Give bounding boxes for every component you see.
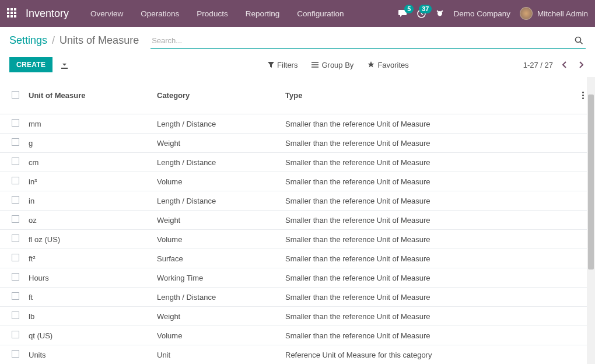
user-menu[interactable]: Mitchell Admin (520, 7, 588, 20)
navbar: Inventory Overview Operations Products R… (0, 0, 595, 27)
apps-icon[interactable] (7, 8, 18, 19)
pager-range[interactable]: 1-27 / 27 (523, 61, 553, 69)
row-checkbox[interactable] (12, 138, 19, 146)
table-row[interactable]: qt (US)VolumeSmaller than the reference … (0, 326, 595, 345)
row-checkbox[interactable] (12, 254, 19, 261)
table-row[interactable]: cmLength / DistanceSmaller than the refe… (0, 153, 595, 172)
groupby-button[interactable]: Group By (312, 61, 354, 69)
table-row[interactable]: UnitsUnitReference Unit of Measure for t… (0, 345, 595, 365)
user-name: Mitchell Admin (537, 9, 588, 18)
cell-category: Length / Distance (152, 191, 281, 211)
row-checkbox[interactable] (12, 331, 19, 338)
cell-category: Volume (152, 230, 281, 249)
svg-rect-2 (14, 8, 16, 10)
table-row[interactable]: in³VolumeSmaller than the reference Unit… (0, 172, 595, 191)
filters-button[interactable]: Filters (268, 61, 298, 69)
cell-category: Length / Distance (152, 153, 281, 172)
favorites-button[interactable]: Favorites (368, 61, 408, 69)
table-row[interactable]: fl oz (US)VolumeSmaller than the referen… (0, 230, 595, 249)
breadcrumb-separator: / (52, 34, 55, 46)
cell-type: Smaller than the reference Unit of Measu… (281, 172, 578, 191)
menu-overview[interactable]: Overview (82, 9, 132, 18)
search-icon[interactable] (572, 34, 586, 47)
cell-category: Volume (152, 172, 281, 191)
header-category[interactable]: Category (152, 77, 281, 114)
cell-type: Smaller than the reference Unit of Measu… (281, 230, 578, 249)
menu-configuration[interactable]: Configuration (288, 9, 352, 18)
messages-icon[interactable]: 5 (398, 9, 408, 18)
svg-rect-0 (7, 8, 9, 10)
column-options-icon[interactable] (582, 80, 586, 110)
row-checkbox[interactable] (12, 158, 19, 165)
select-all-checkbox[interactable] (12, 91, 19, 99)
cell-uom: cm (24, 153, 152, 172)
pager-next[interactable] (576, 59, 586, 71)
row-checkbox[interactable] (12, 350, 19, 358)
cell-uom: Units (24, 345, 152, 365)
row-checkbox[interactable] (12, 292, 19, 300)
svg-rect-4 (10, 12, 13, 14)
cell-category: Weight (152, 211, 281, 230)
table-row[interactable]: ozWeightSmaller than the reference Unit … (0, 211, 595, 230)
svg-rect-7 (10, 15, 13, 18)
cell-uom: oz (24, 211, 152, 230)
cell-type: Smaller than the reference Unit of Measu… (281, 134, 578, 153)
cell-category: Volume (152, 326, 281, 345)
list-icon (312, 62, 318, 68)
menu-operations[interactable]: Operations (132, 9, 188, 18)
filters-label: Filters (277, 61, 298, 69)
activities-icon[interactable]: 37 (417, 9, 426, 18)
filter-bar: Filters Group By Favorites (183, 61, 409, 69)
import-button[interactable] (61, 61, 68, 69)
debug-icon[interactable] (435, 9, 444, 18)
table-row[interactable]: gWeightSmaller than the reference Unit o… (0, 134, 595, 153)
svg-rect-5 (14, 12, 16, 14)
table-row[interactable]: ft²SurfaceSmaller than the reference Uni… (0, 249, 595, 268)
cell-type: Smaller than the reference Unit of Measu… (281, 307, 578, 326)
row-checkbox[interactable] (12, 119, 19, 127)
systray: 5 37 Demo Company Mitchell Admin (398, 7, 588, 20)
row-checkbox[interactable] (12, 177, 19, 184)
cell-uom: qt (US) (24, 326, 152, 345)
pager: 1-27 / 27 (523, 59, 586, 71)
header-type[interactable]: Type (281, 77, 578, 114)
company-selector[interactable]: Demo Company (453, 9, 510, 18)
pager-prev[interactable] (560, 59, 569, 71)
cell-type: Smaller than the reference Unit of Measu… (281, 153, 578, 172)
row-checkbox[interactable] (12, 273, 19, 281)
breadcrumb-parent[interactable]: Settings (9, 34, 47, 46)
uom-table: Unit of Measure Category Type mmLength /… (0, 77, 595, 364)
table-row[interactable]: mmLength / DistanceSmaller than the refe… (0, 114, 595, 134)
scrollbar[interactable] (587, 77, 595, 364)
activities-badge: 37 (419, 5, 432, 13)
row-checkbox[interactable] (12, 312, 19, 319)
cell-uom: ft² (24, 249, 152, 268)
cell-uom: lb (24, 307, 152, 326)
table-row[interactable]: HoursWorking TimeSmaller than the refere… (0, 268, 595, 288)
cell-category: Length / Distance (152, 114, 281, 134)
search-input[interactable] (150, 33, 572, 48)
row-checkbox[interactable] (12, 235, 19, 242)
row-checkbox[interactable] (12, 215, 19, 223)
menu-reporting[interactable]: Reporting (237, 9, 289, 18)
control-panel: Settings / Units of Measure CREATE Filte… (0, 27, 595, 77)
cell-type: Smaller than the reference Unit of Measu… (281, 114, 578, 134)
menu-products[interactable]: Products (188, 9, 236, 18)
cell-uom: in³ (24, 172, 152, 191)
row-checkbox[interactable] (12, 196, 19, 204)
app-name[interactable]: Inventory (26, 8, 69, 20)
cell-type: Smaller than the reference Unit of Measu… (281, 211, 578, 230)
scrollbar-thumb[interactable] (588, 94, 594, 270)
cell-category: Unit (152, 345, 281, 365)
svg-rect-1 (10, 8, 13, 10)
cell-uom: Hours (24, 268, 152, 288)
table-container: Unit of Measure Category Type mmLength /… (0, 77, 595, 364)
header-uom[interactable]: Unit of Measure (24, 77, 152, 114)
table-row[interactable]: lbWeightSmaller than the reference Unit … (0, 307, 595, 326)
table-row[interactable]: ftLength / DistanceSmaller than the refe… (0, 288, 595, 307)
svg-point-12 (582, 94, 584, 96)
table-row[interactable]: inLength / DistanceSmaller than the refe… (0, 191, 595, 211)
star-icon (368, 61, 374, 68)
create-button[interactable]: CREATE (9, 57, 52, 72)
svg-rect-8 (14, 15, 16, 18)
